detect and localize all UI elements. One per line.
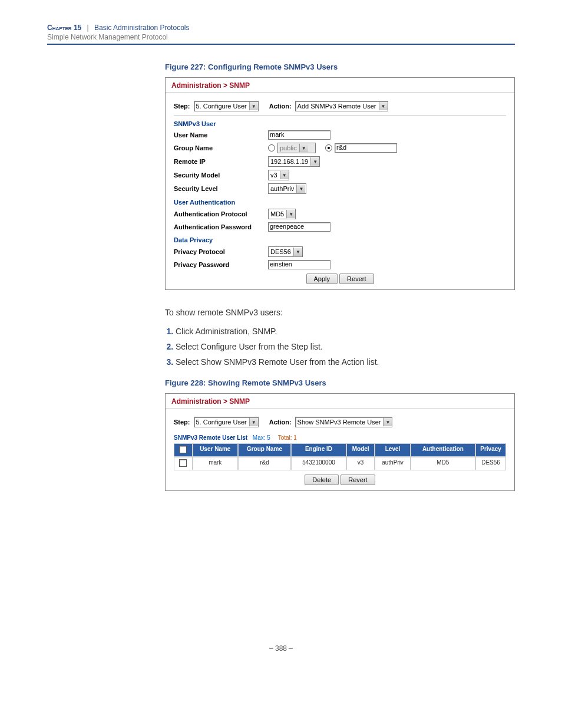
figure-227-caption: Figure 227: Configuring Remote SNMPv3 Us… bbox=[165, 62, 515, 71]
list-header: SNMPv3 Remote User List Max: 5 Total: 1 bbox=[174, 431, 506, 443]
separator: | bbox=[87, 24, 89, 32]
group-radio-select[interactable] bbox=[268, 144, 275, 151]
revert-button[interactable]: Revert bbox=[340, 475, 375, 485]
cell-group: r&d bbox=[238, 457, 291, 470]
privacy-password-label: Privacy Password bbox=[174, 261, 268, 268]
chevron-down-icon: ▼ bbox=[249, 418, 258, 426]
security-model-label: Security Model bbox=[174, 172, 268, 179]
group-name-select[interactable]: public ▼ bbox=[277, 143, 316, 153]
section-data-privacy: Data Privacy bbox=[174, 236, 506, 243]
remote-ip-select[interactable]: 192.168.1.19 ▼ bbox=[268, 156, 320, 167]
col-auth: Authentication bbox=[411, 443, 475, 457]
security-level-select[interactable]: authPriv ▼ bbox=[268, 183, 306, 194]
chevron-down-icon: ▼ bbox=[379, 102, 388, 110]
page-number: – 388 – bbox=[47, 644, 515, 653]
security-level-label: Security Level bbox=[174, 185, 268, 192]
chevron-down-icon: ▼ bbox=[310, 157, 319, 166]
auth-protocol-label: Authentication Protocol bbox=[174, 210, 268, 218]
figure-228-panel: Administration > SNMP Step: 5. Configure… bbox=[165, 393, 515, 491]
privacy-protocol-label: Privacy Protocol bbox=[174, 248, 268, 255]
action-select[interactable]: Add SNMPv3 Remote User ▼ bbox=[295, 101, 388, 111]
revert-button[interactable]: Revert bbox=[339, 274, 373, 284]
chapter-title: Basic Administration Protocols bbox=[94, 24, 189, 32]
toolbar: Step: 5. Configure User ▼ Action: Add SN… bbox=[174, 97, 506, 116]
privacy-protocol-select[interactable]: DES56 ▼ bbox=[268, 246, 303, 257]
user-name-input[interactable]: mark bbox=[268, 130, 330, 140]
cell-user: mark bbox=[193, 457, 238, 470]
col-level: Level bbox=[375, 443, 410, 457]
section-user-auth: User Authentication bbox=[174, 199, 506, 206]
figure-227-panel: Administration > SNMP Step: 5. Configure… bbox=[165, 77, 515, 290]
action-label: Action: bbox=[269, 419, 292, 426]
step-select[interactable]: 5. Configure User ▼ bbox=[194, 417, 259, 427]
cell-priv: DES56 bbox=[475, 457, 506, 470]
chevron-down-icon: ▼ bbox=[286, 210, 295, 218]
toolbar: Step: 5. Configure User ▼ Action: Show S… bbox=[174, 413, 506, 431]
user-name-label: User Name bbox=[174, 131, 268, 139]
cell-level: authPriv bbox=[375, 457, 410, 470]
cell-auth: MD5 bbox=[411, 457, 475, 470]
table-header-row: User Name Group Name Engine ID Model Lev… bbox=[174, 443, 506, 457]
section-snmpv3-user: SNMPv3 User bbox=[174, 120, 506, 127]
apply-button[interactable]: Apply bbox=[306, 274, 338, 284]
group-name-label: Group Name bbox=[174, 144, 268, 151]
step-select[interactable]: 5. Configure User ▼ bbox=[194, 101, 259, 111]
step-label: Step: bbox=[174, 103, 190, 110]
col-user: User Name bbox=[193, 443, 238, 457]
group-radio-text[interactable] bbox=[325, 144, 332, 151]
select-all-checkbox[interactable] bbox=[179, 446, 187, 453]
privacy-password-input[interactable]: einstien bbox=[268, 260, 330, 269]
row-checkbox[interactable] bbox=[179, 459, 187, 467]
auth-password-input[interactable]: greenpeace bbox=[268, 222, 330, 232]
group-name-input[interactable]: r&d bbox=[335, 143, 397, 153]
col-model: Model bbox=[346, 443, 375, 457]
step-item: Select Configure User from the Step list… bbox=[176, 342, 515, 351]
table-row: mark r&d 5432100000 v3 authPriv MD5 DES5… bbox=[174, 457, 506, 470]
remote-ip-label: Remote IP bbox=[174, 158, 268, 165]
chevron-down-icon: ▼ bbox=[293, 248, 302, 256]
auth-protocol-select[interactable]: MD5 ▼ bbox=[268, 209, 296, 219]
page-header: Chapter 15 | Basic Administration Protoc… bbox=[47, 24, 515, 45]
col-priv: Privacy bbox=[475, 443, 506, 457]
chevron-down-icon: ▼ bbox=[296, 185, 305, 193]
cell-model: v3 bbox=[346, 457, 375, 470]
steps-list: Click Administration, SNMP. Select Confi… bbox=[165, 327, 515, 367]
cell-engine: 5432100000 bbox=[291, 457, 346, 470]
chevron-down-icon: ▼ bbox=[249, 102, 258, 110]
chapter-label: Chapter 15 bbox=[47, 24, 81, 32]
chevron-down-icon: ▼ bbox=[280, 171, 289, 179]
security-model-select[interactable]: v3 ▼ bbox=[268, 170, 289, 180]
chapter-subtitle: Simple Network Management Protocol bbox=[47, 33, 515, 41]
breadcrumb: Administration > SNMP bbox=[166, 394, 514, 409]
step-item: Click Administration, SNMP. bbox=[176, 327, 515, 336]
col-engine: Engine ID bbox=[291, 443, 346, 457]
auth-password-label: Authentication Password bbox=[174, 223, 268, 230]
figure-228-caption: Figure 228: Showing Remote SNMPv3 Users bbox=[165, 378, 515, 387]
step-label: Step: bbox=[174, 419, 190, 426]
delete-button[interactable]: Delete bbox=[305, 475, 339, 485]
action-label: Action: bbox=[269, 103, 292, 110]
action-select[interactable]: Show SNMPv3 Remote User ▼ bbox=[295, 417, 393, 427]
step-item: Select Show SNMPv3 Remote User from the … bbox=[176, 357, 515, 367]
chevron-down-icon: ▼ bbox=[299, 144, 308, 152]
chevron-down-icon: ▼ bbox=[383, 418, 392, 426]
body-text: To show remote SNMPv3 users: bbox=[165, 308, 515, 317]
breadcrumb: Administration > SNMP bbox=[166, 78, 514, 93]
col-group: Group Name bbox=[238, 443, 291, 457]
